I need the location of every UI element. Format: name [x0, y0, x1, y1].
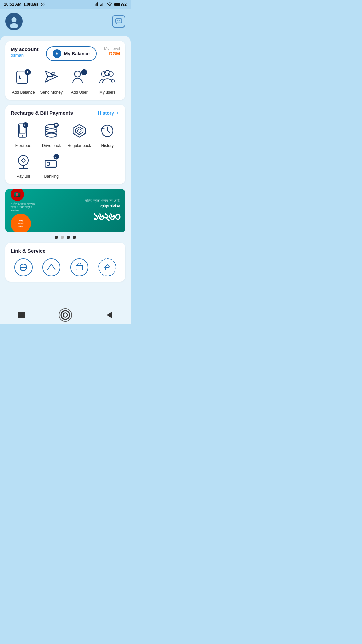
action-my-users[interactable]: My users [95, 67, 120, 95]
status-right: 92 [94, 2, 127, 7]
svg-rect-39 [55, 127, 57, 127]
action-send-money[interactable]: ৳ Send Money [39, 67, 64, 95]
home-icon [59, 309, 71, 321]
drive-pack-icon [43, 122, 60, 140]
link-item-4[interactable] [95, 258, 120, 276]
battery-icon [114, 3, 121, 6]
svg-rect-56 [106, 267, 109, 270]
svg-point-58 [61, 311, 70, 319]
link-item-2[interactable] [39, 258, 64, 276]
svg-rect-8 [104, 2, 104, 6]
battery-level: 92 [122, 2, 127, 7]
send-money-icon-wrap: ৳ [41, 67, 62, 87]
drive-pack-label: Drive pack [42, 143, 61, 148]
health-banner[interactable]: 🇧🇩 এনজিইএ, স্বাস্থ্য অধিদপ্তরস্বাস্থ্য ও… [5, 189, 125, 232]
dot-2 [61, 236, 64, 239]
banner-dots [5, 236, 125, 239]
banking-icon: ৳ [43, 153, 60, 170]
svg-point-33 [46, 133, 57, 137]
regular-pack-icon [71, 122, 88, 140]
bill-flexiload[interactable]: ৳ Flexiload [11, 121, 36, 148]
link-service-icon-2 [47, 263, 56, 272]
link-icon-4 [98, 258, 116, 276]
stop-icon [17, 310, 26, 320]
banner-circle-logo: স্বাস্থ্যবাতায়ন১৬২৬৩ [11, 214, 31, 232]
signal-icon [94, 2, 99, 7]
link-item-3[interactable] [67, 258, 92, 276]
balance-button[interactable]: ৳ My Balance [46, 46, 97, 61]
account-title: My account [11, 46, 39, 52]
link-item-1[interactable] [11, 258, 36, 276]
link-service-grid [11, 258, 120, 276]
action-add-user[interactable]: + Add User [67, 67, 92, 95]
back-icon [105, 310, 114, 320]
balance-label: My Balance [64, 51, 90, 56]
wifi-icon [107, 2, 112, 7]
dot-3 [67, 236, 70, 239]
bill-banking[interactable]: ৳ Banking [39, 152, 64, 179]
svg-rect-48 [47, 162, 49, 165]
bill-grid-row1: ৳ Flexiload [11, 121, 120, 148]
flexiload-icon-wrap: ৳ [13, 121, 34, 141]
link-service-card: Link & Service [5, 243, 125, 282]
send-money-icon: ৳ [42, 68, 60, 86]
svg-point-49 [54, 154, 59, 160]
drive-pack-icon-wrap [41, 121, 61, 141]
action-add-balance[interactable]: ৳ + Add Balance [11, 67, 36, 95]
history-link[interactable]: History [98, 110, 120, 116]
add-user-icon-wrap: + [69, 67, 90, 87]
history-icon-label: History [101, 143, 114, 148]
add-user-icon: + [70, 68, 88, 86]
svg-text:+: + [83, 69, 85, 75]
svg-rect-57 [18, 312, 25, 318]
send-money-label: Send Money [40, 90, 63, 95]
level-value: DGM [104, 51, 120, 56]
svg-text:৳: ৳ [24, 123, 25, 127]
svg-point-24 [105, 70, 110, 76]
avatar[interactable] [5, 13, 23, 30]
link-service-icon-1 [19, 263, 28, 272]
svg-marker-54 [47, 264, 55, 270]
banner-left: 🇧🇩 এনজিইএ, স্বাস্থ্য অধিদপ্তরস্বাস্থ্য ও… [11, 189, 38, 232]
bill-regular-pack[interactable]: Regular pack [67, 121, 92, 148]
link-service-icon-3 [75, 263, 84, 272]
svg-point-25 [109, 72, 113, 76]
svg-marker-42 [77, 129, 81, 132]
account-header: My account osman ৳ My Balance My Level D… [11, 46, 120, 61]
account-card: My account osman ৳ My Balance My Level D… [5, 41, 125, 100]
regular-pack-icon-wrap [69, 121, 89, 141]
my-users-label: My users [99, 90, 116, 95]
stop-button[interactable] [15, 309, 27, 321]
svg-rect-6 [101, 4, 102, 6]
flexiload-icon: ৳ [15, 122, 32, 140]
chat-button[interactable] [112, 15, 125, 28]
banking-icon-wrap: ৳ [41, 152, 61, 171]
svg-rect-2 [95, 4, 95, 6]
my-users-icon [98, 68, 116, 86]
home-button[interactable] [59, 308, 72, 322]
banner-number: ১৬২৬৩ [85, 209, 120, 223]
dot-4 [73, 236, 76, 239]
history-icon [99, 122, 116, 140]
level-label: My Level [104, 46, 120, 51]
svg-point-59 [63, 313, 68, 317]
svg-rect-37 [55, 124, 57, 125]
add-balance-icon: ৳ + [14, 68, 33, 86]
history-label: History [98, 110, 114, 116]
svg-point-20 [74, 71, 80, 77]
pay-bill-icon [15, 153, 32, 170]
bill-pay-bill[interactable]: Pay Bill [11, 152, 36, 179]
banking-label: Banking [44, 174, 59, 179]
link-icon-2 [42, 258, 60, 276]
svg-rect-38 [55, 125, 57, 126]
status-bar: 10:51 AM 1.0KB/s 92 [0, 0, 131, 9]
bill-header: Recharge & Bill Payments History [11, 110, 120, 116]
bill-history[interactable]: History [95, 121, 120, 148]
bill-drive-pack[interactable]: Drive pack [39, 121, 64, 148]
bill-title: Recharge & Bill Payments [11, 110, 73, 116]
back-button[interactable] [103, 309, 115, 321]
taka-symbol: ৳ [53, 49, 61, 58]
banner-logo: 🇧🇩 [11, 189, 24, 201]
chevron-right-icon [115, 111, 120, 115]
svg-rect-5 [100, 5, 101, 6]
